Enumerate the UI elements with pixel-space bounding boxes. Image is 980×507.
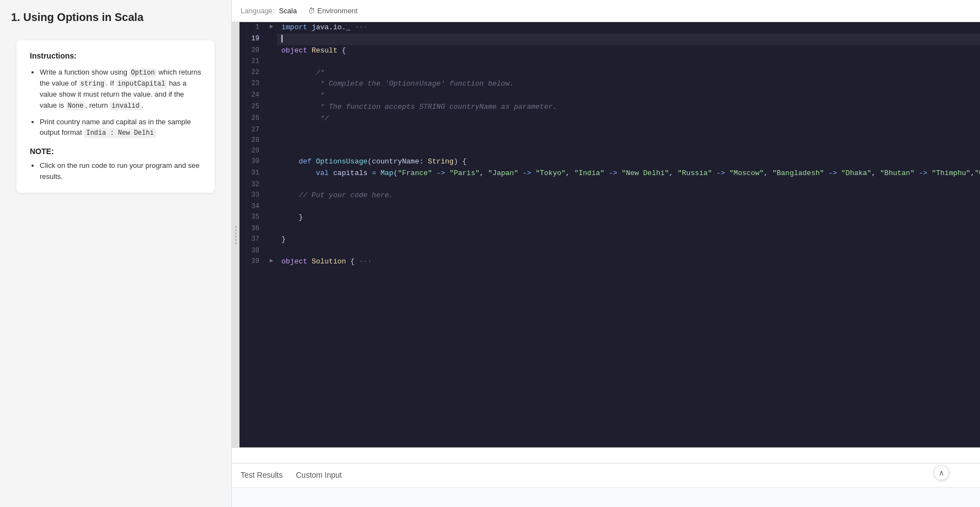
line-code (277, 246, 980, 256)
code-editor[interactable]: 1 ▶ import java.io._ ··· 19 20 obje (239, 22, 980, 447)
left-panel: 1. Using Options in Scala Instructions: … (0, 0, 232, 507)
line-number: 28 (239, 135, 266, 146)
table-row: 39 ▶ object Solution { ··· (239, 256, 980, 268)
table-row: 34 (239, 202, 980, 212)
table-row: 38 (239, 246, 980, 256)
line-code (277, 135, 980, 146)
line-expand (266, 56, 277, 67)
right-panel: Language: Scala ⏱ Environment ⚙ Autocomp… (232, 0, 980, 507)
resize-dot (235, 242, 237, 244)
line-code (277, 34, 980, 45)
environment-button[interactable]: ⏱ Environment (308, 7, 358, 15)
table-row: 32 (239, 179, 980, 190)
line-number: 29 (239, 146, 266, 156)
resize-handle[interactable] (232, 22, 239, 447)
line-expand (266, 156, 277, 168)
table-row: 24 * (239, 90, 980, 102)
line-number: 32 (239, 179, 266, 190)
line-code (277, 179, 980, 190)
environment-label: Environment (317, 7, 358, 15)
table-row: 36 (239, 224, 980, 234)
line-code (277, 202, 980, 212)
line-code: } (277, 234, 980, 246)
line-expand[interactable]: ▶ (266, 22, 277, 34)
table-row: 22 /* (239, 67, 980, 79)
resize-dot (235, 233, 237, 234)
line-code: import java.io._ ··· (277, 22, 980, 34)
resize-dot (235, 229, 237, 231)
line-code (277, 224, 980, 234)
line-number: 37 (239, 234, 266, 246)
line-expand (266, 146, 277, 156)
line-code (277, 146, 980, 156)
line-number: 23 (239, 78, 266, 90)
bottom-panel: Test Results Custom Input Run Code Run T… (232, 463, 980, 507)
resize-dot (235, 226, 237, 228)
language-value: Scala (279, 7, 297, 15)
line-expand (266, 90, 277, 102)
line-expand (266, 78, 277, 90)
table-row: 31 val capitals = Map("France" -> "Paris… (239, 168, 980, 179)
line-expand (266, 190, 277, 202)
instructions-list: Write a function show using Option which… (30, 67, 201, 138)
collapse-button[interactable]: ∧ (934, 465, 949, 480)
line-code: * (277, 90, 980, 102)
problem-title: 1. Using Options in Scala (11, 11, 220, 24)
line-number: 31 (239, 168, 266, 179)
table-row: 35 } (239, 212, 980, 224)
table-row: 23 * Complete the 'OptionsUsage' functio… (239, 78, 980, 90)
table-row: 20 object Result { (239, 45, 980, 57)
tab-test-results[interactable]: Test Results (241, 466, 283, 485)
table-row: 27 (239, 125, 980, 135)
line-code (277, 125, 980, 135)
instructions-heading: Instructions: (30, 51, 201, 60)
tab-custom-input[interactable]: Custom Input (296, 466, 342, 485)
note-list: Click on the run code to run your progra… (30, 160, 201, 182)
line-expand (266, 246, 277, 256)
table-row: 29 (239, 146, 980, 156)
line-number: 36 (239, 224, 266, 234)
line-number: 35 (239, 212, 266, 224)
code-table: 1 ▶ import java.io._ ··· 19 20 obje (239, 22, 980, 268)
line-number: 19 (239, 34, 266, 45)
line-expand (266, 224, 277, 234)
resize-dot (235, 239, 237, 241)
line-number: 33 (239, 190, 266, 202)
line-code: } (277, 212, 980, 224)
line-number: 25 (239, 102, 266, 113)
line-expand (266, 45, 277, 57)
line-number: 20 (239, 45, 266, 57)
note-heading: NOTE: (30, 147, 201, 156)
editor-statusbar: Line: 19 Col: 1 (232, 447, 980, 463)
line-number: 22 (239, 67, 266, 79)
line-expand (266, 179, 277, 190)
bottom-tabs: Test Results Custom Input Run Code Run T… (232, 463, 980, 488)
table-row: 33 // Put your code here. (239, 190, 980, 202)
table-row: 21 (239, 56, 980, 67)
line-code: object Solution { ··· (277, 256, 980, 268)
table-row: 26 */ (239, 113, 980, 125)
line-number: 24 (239, 90, 266, 102)
clock-icon: ⏱ (308, 7, 315, 15)
resize-dot (235, 236, 237, 237)
line-expand (266, 102, 277, 113)
line-number: 38 (239, 246, 266, 256)
line-code: // Put your code here. (277, 190, 980, 202)
line-expand (266, 168, 277, 179)
table-row: 19 (239, 34, 980, 45)
topbar-left: Language: Scala ⏱ Environment (241, 7, 358, 15)
line-code: val capitals = Map("France" -> "Paris", … (277, 168, 980, 179)
language-label: Language: (241, 7, 274, 15)
line-expand (266, 202, 277, 212)
line-expand (266, 125, 277, 135)
instructions-card: Instructions: Write a function show usin… (17, 40, 215, 193)
table-row: 1 ▶ import java.io._ ··· (239, 22, 980, 34)
line-expand (266, 34, 277, 45)
line-expand[interactable]: ▶ (266, 256, 277, 268)
line-expand (266, 135, 277, 146)
line-number: 30 (239, 156, 266, 168)
table-row: 25 * The function accepts STRING country… (239, 102, 980, 113)
line-code: object Result { (277, 45, 980, 57)
editor-area: 1 ▶ import java.io._ ··· 19 20 obje (232, 22, 980, 447)
line-expand (266, 212, 277, 224)
